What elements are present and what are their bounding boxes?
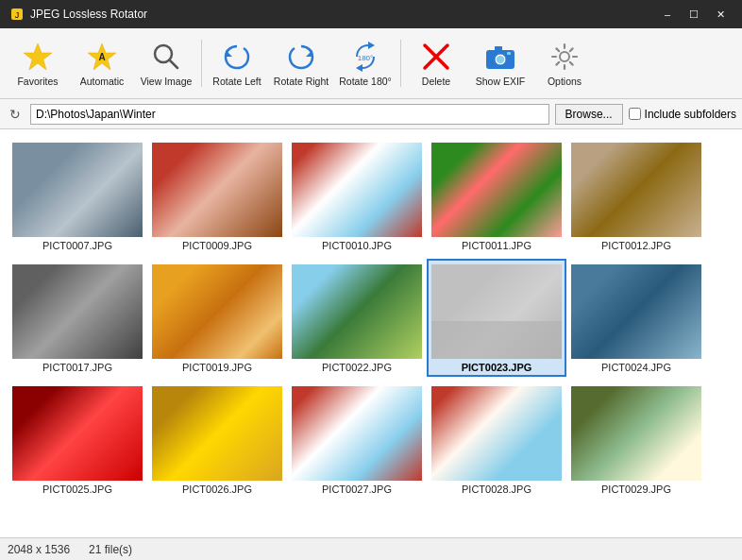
image-cell-PICT0022-JPG[interactable]: PICT0022.JPG [287,259,427,377]
image-cell-PICT0028-JPG[interactable]: PICT0028.JPG [427,381,566,499]
image-thumbnail [571,386,701,481]
automatic-button[interactable]: A Automatic [70,32,134,94]
view-image-button[interactable]: View Image [134,32,198,94]
image-thumbnail [571,264,701,359]
status-bar: 2048 x 1536 21 file(s) [0,537,742,560]
image-filename: PICT0025.JPG [42,484,112,495]
show-exif-button[interactable]: Show EXIF [468,32,532,94]
automatic-icon: A [85,40,119,74]
image-cell-PICT0009-JPG[interactable]: PICT0009.JPG [147,137,287,255]
svg-line-25 [570,62,573,65]
options-button[interactable]: Options [532,32,597,94]
image-grid: PICT0007.JPGPICT0009.JPGPICT0010.JPGPICT… [8,137,738,502]
refresh-button[interactable]: ↻ [6,105,25,124]
svg-point-19 [560,52,569,61]
image-cell-PICT0024-JPG[interactable]: PICT0024.JPG [566,259,706,377]
image-cell-PICT0007-JPG[interactable]: PICT0007.JPG [8,137,147,255]
image-cell-PICT0025-JPG[interactable]: PICT0025.JPG [8,381,147,499]
maximize-button[interactable]: ☐ [682,5,706,24]
subfolders-checkbox[interactable] [629,108,641,120]
subfolders-checkbox-label[interactable]: Include subfolders [629,108,736,121]
browse-button[interactable]: Browse... [555,104,623,125]
image-filename: PICT0022.JPG [322,362,392,373]
image-filename: PICT0017.JPG [42,362,112,373]
image-thumbnail [571,143,701,237]
image-thumbnail [431,386,562,481]
image-filename: PICT0027.JPG [322,484,392,495]
rotate-180-button[interactable]: 180° Rotate 180° [333,32,397,94]
favorites-label: Favorites [17,76,58,88]
close-button[interactable]: ✕ [708,5,733,24]
star-icon [21,40,55,74]
image-cell-PICT0012-JPG[interactable]: PICT0012.JPG [566,137,706,255]
image-thumbnail [292,264,422,359]
image-thumbnail [12,264,143,359]
image-filename: PICT0023.JPG [462,362,532,373]
view-image-label: View Image [141,76,193,88]
gear-icon [548,40,582,74]
image-filename: PICT0009.JPG [182,240,252,251]
show-exif-label: Show EXIF [476,76,526,88]
window-title: JPEG Lossless Rotator [30,8,653,21]
image-filename: PICT0007.JPG [42,240,112,251]
image-thumbnail [12,386,143,481]
toolbar-separator-1 [201,40,202,87]
image-thumbnail [292,143,422,237]
path-input[interactable] [30,104,549,125]
toolbar-separator-2 [400,40,401,87]
rotate-left-button[interactable]: Rotate Left [205,32,269,94]
rotate-180-label: Rotate 180° [339,76,392,88]
image-cell-PICT0017-JPG[interactable]: PICT0017.JPG [8,259,147,377]
image-cell-PICT0029-JPG[interactable]: PICT0029.JPG [566,381,706,499]
path-bar: ↻ Browse... Include subfolders [0,99,742,129]
image-cell-PICT0027-JPG[interactable]: PICT0027.JPG [287,381,427,499]
image-thumbnail [431,264,562,359]
rotate-right-icon [284,40,318,74]
image-cell-PICT0023-JPG[interactable]: PICT0023.JPG [427,259,566,377]
image-grid-container[interactable]: PICT0007.JPGPICT0009.JPGPICT0010.JPGPICT… [0,129,742,537]
subfolders-label-text: Include subfolders [645,108,736,121]
image-cell-PICT0010-JPG[interactable]: PICT0010.JPG [287,137,427,255]
image-filename: PICT0024.JPG [601,362,671,373]
svg-marker-10 [356,64,363,72]
image-cell-PICT0019-JPG[interactable]: PICT0019.JPG [147,259,287,377]
image-thumbnail [152,143,282,237]
svg-text:J: J [15,10,20,20]
image-filename: PICT0010.JPG [322,240,392,251]
title-bar: J JPEG Lossless Rotator – ☐ ✕ [0,0,742,28]
delete-button[interactable]: Delete [404,32,468,94]
svg-text:A: A [98,52,105,62]
toolbar: Favorites A Automatic View Image [0,28,742,99]
svg-line-24 [556,48,559,51]
image-filename: PICT0029.JPG [601,484,671,495]
svg-line-6 [170,59,178,68]
minimize-button[interactable]: – [655,5,680,24]
favorites-button[interactable]: Favorites [6,32,70,94]
rotate-left-icon [220,40,254,74]
image-cell-PICT0011-JPG[interactable]: PICT0011.JPG [427,137,566,255]
image-filename: PICT0026.JPG [182,484,252,495]
image-thumbnail [12,143,143,237]
delete-label: Delete [422,76,450,88]
svg-rect-17 [495,46,502,51]
status-files: 21 file(s) [89,543,132,556]
image-thumbnail [152,386,282,481]
image-thumbnail [152,264,282,359]
delete-icon [419,40,453,74]
svg-point-16 [497,56,504,63]
svg-text:180°: 180° [358,54,374,62]
svg-rect-18 [507,52,511,55]
image-thumbnail [292,386,422,481]
options-label: Options [548,76,582,88]
image-filename: PICT0028.JPG [462,484,531,495]
rotate-right-button[interactable]: Rotate Right [269,32,333,94]
image-cell-PICT0026-JPG[interactable]: PICT0026.JPG [147,381,287,499]
image-filename: PICT0012.JPG [601,240,671,251]
image-filename: PICT0019.JPG [182,362,252,373]
automatic-label: Automatic [80,76,125,88]
camera-icon [483,40,517,74]
rotate-left-label: Rotate Left [212,76,261,88]
rotate-right-label: Rotate Right [274,76,329,88]
image-thumbnail [431,143,562,237]
status-dimensions: 2048 x 1536 [8,543,70,556]
